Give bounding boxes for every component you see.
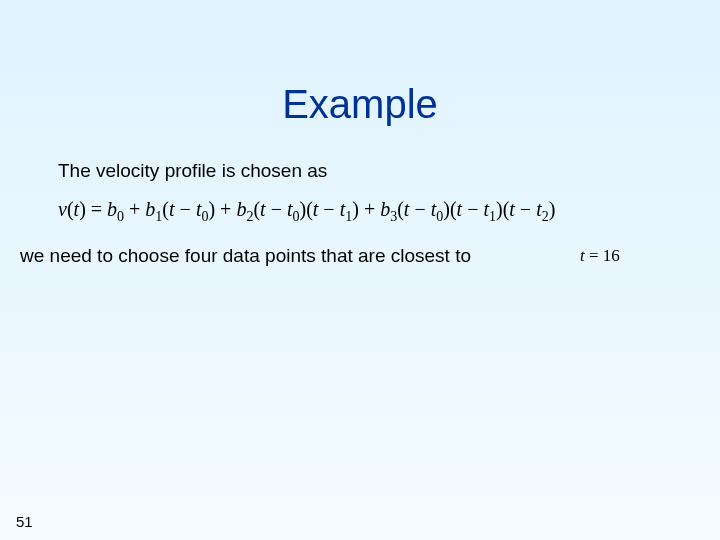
coef-b3: b	[380, 198, 390, 220]
term3-t: t	[404, 198, 410, 220]
velocity-formula: v(t) = b0 + b1(t − t0) + b2(t − t0)(t − …	[58, 198, 555, 221]
formula-lhs: v	[58, 198, 67, 220]
term3-tb: t	[457, 198, 463, 220]
term3-tc: t	[509, 198, 515, 220]
term3-t2-sub: 2	[542, 209, 549, 224]
coef-b2: b	[236, 198, 246, 220]
coef-b1: b	[145, 198, 155, 220]
condition-t-equals-16: t = 16	[580, 246, 620, 266]
body-line-1: The velocity profile is chosen as	[58, 160, 327, 182]
term2-tb: t	[313, 198, 319, 220]
page-number: 51	[16, 513, 33, 530]
slide-title: Example	[0, 82, 720, 127]
coef-b0-sub: 0	[117, 209, 124, 224]
term3-t1-sub: 1	[489, 209, 496, 224]
cond-var: t	[580, 246, 585, 265]
cond-op: =	[589, 246, 599, 265]
cond-val: 16	[603, 246, 620, 265]
coef-b0: b	[107, 198, 117, 220]
term-t: t	[169, 198, 175, 220]
term2-t: t	[260, 198, 266, 220]
body-line-2: we need to choose four data points that …	[20, 245, 471, 267]
